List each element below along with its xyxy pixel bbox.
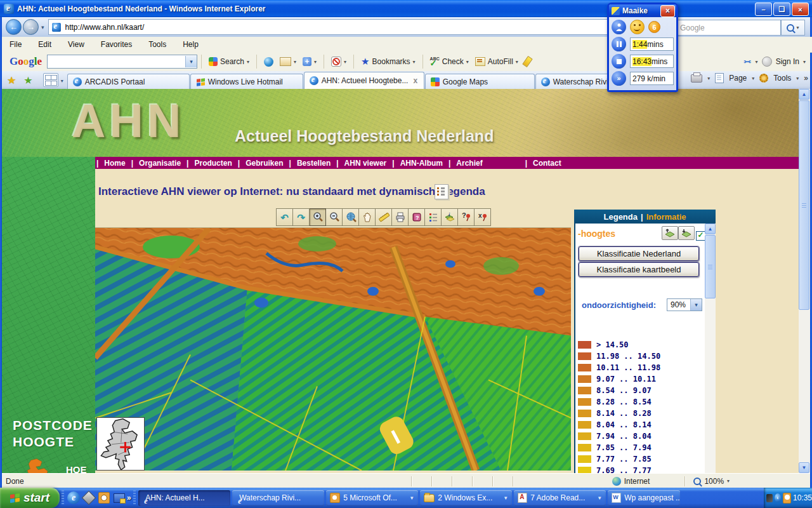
nav-organisatie[interactable]: Organisatie [134,159,185,168]
maaike-user-icon[interactable] [612,20,626,34]
history-dropdown-icon[interactable]: ▾ [41,24,44,30]
tab-hotmail[interactable]: Windows Live Hotmail [190,74,303,89]
map-pan-icon[interactable] [359,208,376,226]
nav-archief[interactable]: Archief [452,159,487,168]
maaike-titlebar[interactable]: Maaike × [609,4,676,17]
spellcheck-button[interactable]: ABC✓ Check ▾ [430,57,469,66]
forward-button[interactable]: → [23,19,39,35]
map-clear-point-icon[interactable]: x [475,208,491,226]
elevation-map[interactable] [95,227,571,471]
nav-ahn-viewer[interactable]: AHN viewer [340,159,391,168]
overflow-chevron[interactable]: » [804,74,808,83]
map-query-point-icon[interactable]: ? [458,208,475,226]
pause-icon[interactable] [612,37,626,51]
task-waterschap[interactable]: Waterschap Rivi... [232,490,324,506]
add-favorite-icon[interactable]: ★ [23,74,32,86]
autofill-button[interactable]: AutoFill ▾ [475,57,518,66]
page-scroll-thumb[interactable] [799,100,809,310]
tab-list-caret[interactable]: ▾ [61,78,63,84]
map-help-icon[interactable]: ? [409,208,425,226]
task-office-group[interactable]: 5 Microsoft Of... ▼ [326,490,418,506]
menu-view[interactable]: View [68,40,84,49]
legend-scroll-thumb[interactable] [705,235,716,298]
page-scroll-up-icon[interactable]: ▲ [799,89,809,100]
map-back-icon[interactable]: ↶ [276,208,293,226]
legend-scrollbar[interactable]: ▲ [705,224,716,473]
map-legend-icon[interactable] [425,208,442,226]
zoom-control[interactable]: 100% ▾ [693,477,730,486]
legend-scroll-up-icon[interactable]: ▲ [705,224,716,234]
highlighter-button[interactable] [525,57,530,67]
google-send-button[interactable]: ▾ [280,57,296,66]
overview-locator-map[interactable] [96,417,145,471]
layer-down-icon[interactable] [678,226,695,240]
page-scrollbar[interactable]: ▲ ▼ [799,89,810,473]
tools-menu[interactable]: Tools [773,74,791,83]
nav-producten[interactable]: Producten [190,159,236,168]
klassificatie-nederland-button[interactable]: Klassificatie Nederland [579,246,699,261]
fast-forward-icon[interactable]: » [612,71,626,86]
menu-edit[interactable]: Edit [38,40,51,49]
map-forward-icon[interactable]: ↷ [293,208,310,226]
tab-arcadis[interactable]: ARCADIS Portaal [67,74,190,89]
nav-ahn-album[interactable]: AHN-Album [396,159,447,168]
task-word-doc[interactable]: Wp aangepast ... [608,490,680,506]
nav-contact[interactable]: Contact [528,159,566,168]
quicklaunch-clock-icon[interactable] [98,491,110,504]
menu-favorites[interactable]: Favorites [101,40,132,49]
map-identify-icon[interactable]: i [442,208,458,226]
quicklaunch-desktop-icon[interactable] [113,491,126,504]
map-full-extent-icon[interactable] [343,208,359,226]
quicklaunch-ie-icon[interactable]: e [67,491,80,504]
nav-gebruiken[interactable]: Gebruiken [241,159,287,168]
favorites-center-icon[interactable]: ★ [7,74,16,86]
postcode-hoogte-label[interactable]: POSTCODE HOOGTE [13,417,93,450]
map-print-icon[interactable] [392,208,409,226]
page-title-list-icon[interactable] [435,184,449,199]
google-earth-button[interactable] [264,57,273,67]
google-search-button[interactable]: Search ▾ [209,57,249,66]
map-zoom-in-icon[interactable] [310,208,326,226]
tray-app-icon[interactable] [766,494,773,502]
maaike-close-icon[interactable]: × [660,5,675,17]
quick-tabs-icon[interactable] [43,73,58,87]
settings-wrench-icon[interactable]: 🔧︎ [741,55,754,68]
stop-icon[interactable] [612,54,626,69]
maximize-button[interactable]: ❑ [773,3,790,16]
print-icon[interactable] [691,74,702,83]
tab-legenda[interactable]: Legenda [604,212,638,222]
popup-blocker-button[interactable]: ▾ [331,57,346,67]
task-adobe-group[interactable]: 7 Adobe Read... ▼ [514,490,606,506]
google-search-input[interactable]: ▾ [47,55,197,69]
tray-collapse-icon[interactable]: ‹ [775,493,781,502]
layer-name-hoogtes[interactable]: -hoogtes [578,229,615,239]
google-search-dropdown[interactable]: ▾ [185,56,197,67]
signin-button[interactable]: Sign In [776,57,799,66]
google-add-button[interactable]: +▾ [303,57,317,66]
task-ahn[interactable]: AHN: Actueel H... [138,490,230,506]
tab-ahn-active[interactable]: AHN: Actueel Hoogtebe... x [304,72,424,89]
tab-google-maps[interactable]: Google Maps [425,74,535,89]
klassificatie-kaartbeeld-button[interactable]: Klassificatie kaartbeeld [579,262,699,277]
minimize-button[interactable]: – [755,3,772,16]
close-button[interactable]: × [792,3,809,16]
nav-bestellen[interactable]: Bestellen [292,159,335,168]
task-explorer-group[interactable]: 2 Windows Ex... ▼ [420,490,512,506]
search-input[interactable] [677,23,780,33]
quicklaunch-chevron[interactable]: » [127,493,131,502]
page-scroll-down-icon[interactable]: ▼ [799,462,809,473]
search-options-caret[interactable]: ▾ [796,25,799,30]
page-menu[interactable]: Page [729,74,747,83]
opacity-select[interactable]: 90% ▾ [667,298,702,311]
quicklaunch-messenger-icon[interactable] [82,491,95,504]
layer-visible-checkbox[interactable]: ✓ [696,231,705,241]
start-button[interactable]: start [0,488,60,508]
menu-tools[interactable]: Tools [148,40,166,49]
netherlands-map-orange[interactable] [18,455,51,473]
menu-file[interactable]: File [10,40,22,49]
tab-close-icon[interactable]: x [413,76,417,85]
map-measure-icon[interactable] [376,208,392,226]
address-input[interactable] [64,22,671,32]
layer-up-icon[interactable] [662,226,678,240]
map-zoom-out-icon[interactable] [326,208,343,226]
